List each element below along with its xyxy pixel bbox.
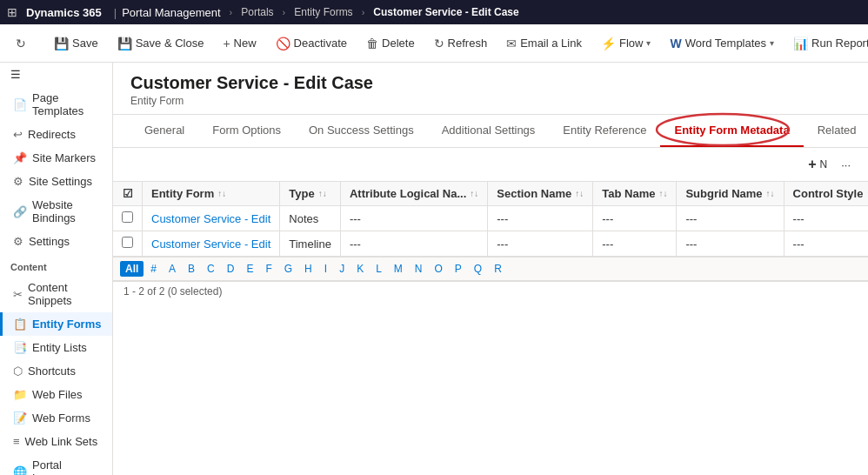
tab-additional[interactable]: Additional Settings <box>428 115 550 147</box>
alpha-btn-e[interactable]: E <box>241 261 258 277</box>
alpha-btn-k[interactable]: K <box>351 261 369 277</box>
type-sort-icon: ↑↓ <box>318 189 327 198</box>
sidebar-item-shortcuts[interactable]: ⬡ Shortcuts <box>0 359 112 383</box>
app-grid-icon[interactable]: ⊞ <box>7 5 17 19</box>
row1-entity-form-link[interactable]: Customer Service - Edit <box>151 212 270 225</box>
grid-new-button[interactable]: + N <box>801 153 834 176</box>
flow-button[interactable]: ⚡ Flow ▾ <box>592 33 659 54</box>
col-header-type[interactable]: Type ↑↓ <box>280 182 341 206</box>
sidebar-item-entity-lists[interactable]: 📑 Entity Lists <box>0 336 112 359</box>
alpha-btn-g[interactable]: G <box>279 261 297 277</box>
sidebar-item-redirects[interactable]: ↩ Redirects <box>0 123 112 146</box>
refresh-button[interactable]: ↻ Refresh <box>425 33 497 54</box>
row2-check[interactable] <box>113 231 143 257</box>
table-row: Customer Service - Edit Notes --- --- --… <box>113 206 868 231</box>
sidebar-item-portal-languages[interactable]: 🌐 Portal Languages <box>0 453 112 475</box>
alpha-btn-h[interactable]: H <box>299 261 317 277</box>
website-bindings-label: Website Bindings <box>32 198 102 224</box>
alpha-btn-o[interactable]: O <box>430 261 448 277</box>
sidebar-item-web-files[interactable]: 📁 Web Files <box>0 383 112 406</box>
deactivate-button[interactable]: 🚫 Deactivate <box>267 33 356 54</box>
row2-entity-form-link[interactable]: Customer Service - Edit <box>151 238 270 251</box>
row1-checkbox[interactable] <box>122 211 133 223</box>
tab-general[interactable]: General <box>130 115 198 147</box>
row2-entity-form[interactable]: Customer Service - Edit <box>143 231 280 257</box>
refresh-circle-btn[interactable]: ↻ <box>7 33 35 54</box>
alpha-btn-p[interactable]: P <box>450 261 467 277</box>
page-header: Customer Service - Edit Case Entity Form <box>113 63 868 115</box>
sidebar-item-settings[interactable]: ⚙ Settings <box>0 230 112 253</box>
sidebar-item-web-link-sets[interactable]: ≡ Web Link Sets <box>0 430 112 453</box>
row2-control: --- <box>784 231 868 257</box>
col-header-section[interactable]: Section Name ↑↓ <box>488 182 593 206</box>
tab-entity-form-metadata[interactable]: Entity Form Metadata <box>660 115 803 147</box>
tab-related[interactable]: Related <box>804 115 868 147</box>
alpha-btn-a[interactable]: A <box>164 261 181 277</box>
content-area: Customer Service - Edit Case Entity Form… <box>113 63 868 475</box>
app-name[interactable]: Dynamics 365 <box>26 6 102 19</box>
flow-icon: ⚡ <box>601 37 616 50</box>
redirects-label: Redirects <box>28 128 76 141</box>
top-navigation: ⊞ Dynamics 365 | Portal Management › Por… <box>0 0 868 24</box>
portal-management-label[interactable]: Portal Management <box>122 6 220 19</box>
col-header-check[interactable]: ☑ <box>113 182 143 206</box>
alpha-btn-d[interactable]: D <box>222 261 240 277</box>
row2-subgrid: --- <box>677 231 784 257</box>
sidebar-item-site-markers[interactable]: 📌 Site Markers <box>0 146 112 170</box>
sidebar-item-site-settings[interactable]: ⚙ Site Settings <box>0 170 112 193</box>
tab-on-success[interactable]: On Success Settings <box>295 115 428 147</box>
shortcuts-label: Shortcuts <box>28 365 76 378</box>
sidebar-item-page-templates[interactable]: 📄 Page Templates <box>0 86 112 123</box>
col-header-tab[interactable]: Tab Name ↑↓ <box>593 182 677 206</box>
new-button[interactable]: + New <box>214 33 264 54</box>
grid-header-row: ☑ Entity Form ↑↓ Type ↑↓ <box>113 182 868 206</box>
tab-entity-reference[interactable]: Entity Reference <box>549 115 660 147</box>
alpha-btn-i[interactable]: I <box>319 261 332 277</box>
word-templates-chevron-icon: ▾ <box>770 38 774 48</box>
alpha-btn-m[interactable]: M <box>389 261 408 277</box>
col-header-attribute[interactable]: Attribute Logical Na... ↑↓ <box>340 182 487 206</box>
deactivate-label: Deactivate <box>294 37 347 50</box>
save-button[interactable]: 💾 Save <box>45 33 107 54</box>
delete-button[interactable]: 🗑 Delete <box>357 33 424 54</box>
email-link-button[interactable]: ✉ Email a Link <box>497 33 591 54</box>
col-header-control[interactable]: Control Style ↑↓ <box>784 182 868 206</box>
save-close-button[interactable]: 💾 Save & Close <box>109 33 213 54</box>
alpha-btn-f[interactable]: F <box>260 261 277 277</box>
sidebar-item-web-forms[interactable]: 📝 Web Forms <box>0 406 112 430</box>
run-report-button[interactable]: 📊 Run Report ▾ <box>785 33 868 54</box>
sidebar-item-entity-forms[interactable]: 📋 Entity Forms <box>0 312 112 336</box>
row1-check[interactable] <box>113 206 143 231</box>
alpha-btn-hash[interactable]: # <box>145 261 162 277</box>
sidebar-item-website-bindings[interactable]: 🔗 Website Bindings <box>0 193 112 230</box>
refresh-circle-icon: ↻ <box>16 37 26 50</box>
breadcrumb-entity-forms[interactable]: Entity Forms <box>294 6 352 18</box>
alpha-btn-l[interactable]: L <box>371 261 387 277</box>
page-title: Customer Service - Edit Case <box>130 73 851 93</box>
save-label: Save <box>72 37 98 50</box>
portal-languages-label: Portal Languages <box>32 458 102 475</box>
alpha-btn-n[interactable]: N <box>410 261 428 277</box>
select-all-checkbox[interactable]: ☑ <box>123 187 133 200</box>
row2-checkbox[interactable] <box>122 237 133 248</box>
alpha-btn-r[interactable]: R <box>489 261 507 277</box>
col-header-subgrid[interactable]: Subgrid Name ↑↓ <box>677 182 784 206</box>
alpha-btn-b[interactable]: B <box>183 261 200 277</box>
sidebar-toggle[interactable]: ☰ <box>0 63 112 86</box>
alpha-btn-j[interactable]: J <box>334 261 350 277</box>
word-templates-button[interactable]: W Word Templates ▾ <box>661 33 783 54</box>
tab-form-options[interactable]: Form Options <box>198 115 295 147</box>
subgrid-sort-icon: ↑↓ <box>766 189 775 198</box>
save-close-label: Save & Close <box>136 37 204 50</box>
sidebar-item-content-snippets[interactable]: ✂ Content Snippets <box>0 276 112 312</box>
entity-form-sort-icon: ↑↓ <box>217 189 226 198</box>
site-settings-icon: ⚙ <box>13 175 23 188</box>
alpha-btn-all[interactable]: All <box>120 261 144 277</box>
col-header-entity-form[interactable]: Entity Form ↑↓ <box>143 182 280 206</box>
alpha-btn-c[interactable]: C <box>202 261 220 277</box>
grid-more-button[interactable]: ··· <box>834 155 858 175</box>
entity-forms-icon: 📋 <box>13 318 27 331</box>
breadcrumb-portals[interactable]: Portals <box>241 6 273 18</box>
row1-entity-form[interactable]: Customer Service - Edit <box>143 206 280 231</box>
alpha-btn-q[interactable]: Q <box>469 261 487 277</box>
